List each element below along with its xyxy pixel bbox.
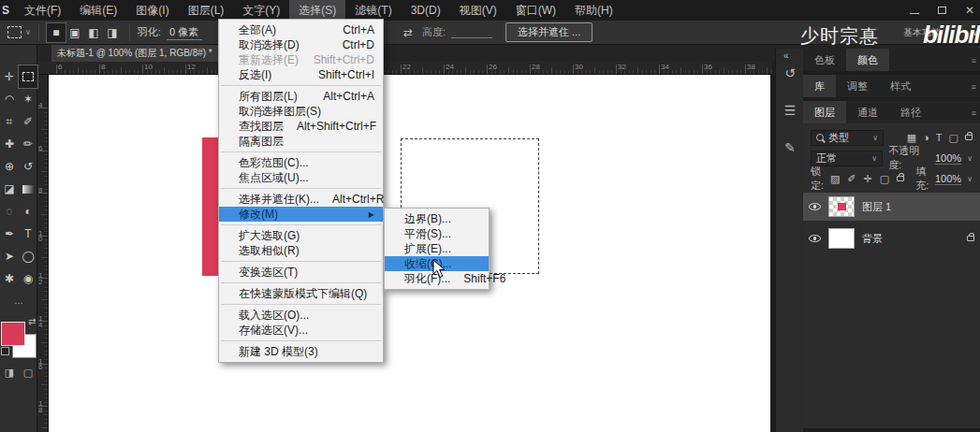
select-menu-item-20[interactable]: 变换选区(T) — [219, 265, 383, 280]
lock-position-icon[interactable]: ✛ — [864, 173, 872, 185]
menubar-item-9[interactable]: 视图(V) — [450, 0, 506, 21]
filter-pixel-layers-icon[interactable]: ▦ — [907, 132, 916, 144]
intersect-selection-mode-button[interactable]: ◨ — [103, 23, 122, 42]
lock-artboard-icon[interactable]: ▢ — [880, 173, 889, 185]
filter-smart-objects-icon[interactable] — [965, 135, 973, 140]
add-to-selection-mode-button[interactable]: ▣ — [66, 23, 84, 42]
brush-tool-icon[interactable]: ✏ — [19, 133, 37, 155]
menubar-item-8[interactable]: 3D(D) — [402, 0, 450, 21]
move-tool-icon[interactable]: ✛ — [0, 65, 19, 88]
zoom-tool-icon[interactable]: ◉ — [19, 267, 37, 290]
tab-libraries[interactable]: 库 — [803, 75, 836, 97]
properties-panel-icon[interactable]: ☰ — [776, 103, 804, 118]
tab-adjustments[interactable]: 调整 — [836, 75, 879, 97]
eyedropper-tool-icon[interactable]: ✐ — [19, 110, 37, 133]
vertical-ruler[interactable]: 4681 01 21 41 61 8 — [37, 75, 49, 432]
close-button[interactable]: ✕ — [965, 4, 974, 17]
menubar-item-1[interactable]: 文件(F) — [15, 0, 70, 21]
menubar-item-10[interactable]: 窗口(W) — [506, 0, 565, 21]
tab-color[interactable]: 颜色 — [846, 49, 889, 71]
select-menu-item-7[interactable]: 取消选择图层(S) — [219, 104, 383, 119]
select-menu-item-25[interactable]: 存储选区(V)... — [219, 323, 383, 338]
more-tools-icon[interactable]: … — [0, 295, 37, 306]
menubar-item-2[interactable]: 编辑(E) — [70, 0, 126, 21]
select-menu-item-22[interactable]: 在快速蒙版模式下编辑(Q) — [219, 286, 383, 301]
screen-mode-button[interactable]: ▢ — [23, 367, 33, 379]
ellipse-tool-icon[interactable]: ◯ — [19, 245, 37, 267]
fill-value[interactable]: 100% — [935, 173, 961, 185]
feather-input[interactable]: 0 像素 — [167, 25, 202, 40]
opacity-value[interactable]: 100% — [935, 152, 961, 165]
default-colors-icon[interactable] — [1, 347, 9, 355]
select-menu-item-24[interactable]: 载入选区(O)... — [219, 308, 383, 323]
height-input[interactable] — [451, 27, 492, 38]
select-menu-item-1[interactable]: 全部(A)Ctrl+A — [219, 22, 383, 37]
select-menu-item-11[interactable]: 色彩范围(C)... — [219, 155, 383, 170]
tab-paths[interactable]: 路径 — [889, 101, 932, 123]
filter-type-layers-icon[interactable]: T — [936, 132, 943, 143]
lock-transparent-pixels-icon[interactable]: ▨ — [830, 173, 840, 185]
menubar-item-11[interactable]: 帮助(H) — [565, 0, 622, 21]
magic-wand-tool-icon[interactable]: ✶ — [19, 88, 37, 110]
swap-colors-icon[interactable]: ⇄ — [28, 316, 36, 326]
modify-submenu-item-2[interactable]: 平滑(S)... — [385, 226, 489, 241]
eraser-tool-icon[interactable]: ◪ — [0, 178, 19, 200]
clone-stamp-tool-icon[interactable]: ⊕ — [0, 155, 19, 178]
modify-submenu-item-3[interactable]: 扩展(E)... — [385, 241, 489, 256]
pen-tool-icon[interactable]: ✒ — [0, 223, 19, 245]
select-menu-item-15[interactable]: 修改(M)▶ — [219, 207, 383, 222]
layer-thumbnail[interactable] — [828, 196, 855, 217]
notes-panel-icon[interactable]: ✎ — [776, 140, 804, 155]
select-menu-item-27[interactable]: 新建 3D 模型(3) — [219, 344, 383, 359]
modify-submenu-item-4[interactable]: 收缩(C)... — [385, 256, 489, 271]
menubar-item-7[interactable]: 滤镜(T) — [345, 0, 401, 21]
gradient-tool-icon[interactable] — [19, 178, 37, 200]
select-menu-item-4[interactable]: 反选(I)Shift+Ctrl+I — [219, 67, 383, 82]
swap-width-height-icon[interactable]: ⇄ — [403, 26, 413, 39]
tab-styles[interactable]: 样式 — [879, 75, 922, 97]
hand-tool-icon[interactable]: ✱ — [0, 267, 19, 290]
marquee-tool-preset-icon[interactable] — [7, 26, 22, 38]
path-selection-tool-icon[interactable]: ➤ — [0, 245, 19, 267]
filter-adjustment-layers-icon[interactable]: ◑ — [923, 132, 929, 143]
select-menu-item-3[interactable]: 重新选择(E)Shift+Ctrl+D — [219, 52, 383, 67]
layer-visibility-icon[interactable] — [809, 235, 821, 242]
foreground-color-swatch[interactable] — [1, 322, 25, 346]
menubar-item-4[interactable]: 图层(L) — [179, 0, 234, 21]
layer-row-background[interactable]: 背景 — [803, 224, 980, 252]
history-panel-icon[interactable]: ↺ — [776, 65, 804, 80]
filter-shape-layers-icon[interactable]: ▢ — [949, 132, 958, 144]
new-selection-mode-button[interactable]: ■ — [47, 23, 66, 42]
blend-mode-dropdown[interactable]: 正常 ∨ — [811, 151, 883, 166]
menubar-item-3[interactable]: 图像(I) — [126, 0, 178, 21]
select-menu-item-9[interactable]: 隔离图层 — [219, 134, 383, 149]
select-menu-item-2[interactable]: 取消选择(D)Ctrl+D — [219, 37, 383, 52]
select-and-mask-button[interactable]: 选择并遮住 ... — [505, 22, 592, 42]
tab-layers[interactable]: 图层 — [803, 101, 846, 123]
lock-image-pixels-icon[interactable]: ✐ — [847, 173, 856, 185]
document-tab[interactable]: 未标题-1 @ 100% (图层 1, RGB/8#) * × — [51, 45, 231, 62]
menubar-item-6[interactable]: 选择(S) — [289, 0, 345, 21]
modify-submenu-item-5[interactable]: 羽化(F)...Shift+F6 — [385, 271, 489, 286]
tab-swatches[interactable]: 色板 — [803, 49, 846, 71]
select-menu-item-17[interactable]: 扩大选取(G) — [219, 228, 383, 243]
restore-button[interactable] — [938, 7, 946, 14]
spot-healing-brush-tool-icon[interactable]: ✚ — [0, 133, 19, 155]
lasso-tool-icon[interactable]: ◠ — [0, 88, 19, 110]
select-menu-item-12[interactable]: 焦点区域(U)... — [219, 170, 383, 185]
select-menu-item-6[interactable]: 所有图层(L)Alt+Ctrl+A — [219, 89, 383, 104]
panel-menu-icon[interactable]: ≡ — [972, 56, 976, 65]
minimize-button[interactable] — [910, 13, 919, 14]
layer-visibility-icon[interactable] — [809, 203, 821, 210]
panel-menu-icon[interactable]: ≡ — [972, 108, 976, 118]
quick-mask-mode-button[interactable]: ◨ — [5, 367, 14, 379]
panel-menu-icon[interactable]: ≡ — [972, 82, 976, 92]
lock-all-icon[interactable] — [897, 176, 904, 181]
menubar-item-5[interactable]: 文字(Y) — [233, 0, 289, 21]
select-menu-item-14[interactable]: 选择并遮住(K)...Alt+Ctrl+R — [219, 192, 383, 207]
select-menu-item-18[interactable]: 选取相似(R) — [219, 243, 383, 258]
layer-thumbnail[interactable] — [828, 228, 855, 249]
modify-submenu-item-1[interactable]: 边界(B)... — [385, 211, 489, 226]
collapse-panels-icon[interactable]: « — [783, 50, 789, 61]
dodge-tool-icon[interactable]: ◐ — [19, 200, 37, 223]
